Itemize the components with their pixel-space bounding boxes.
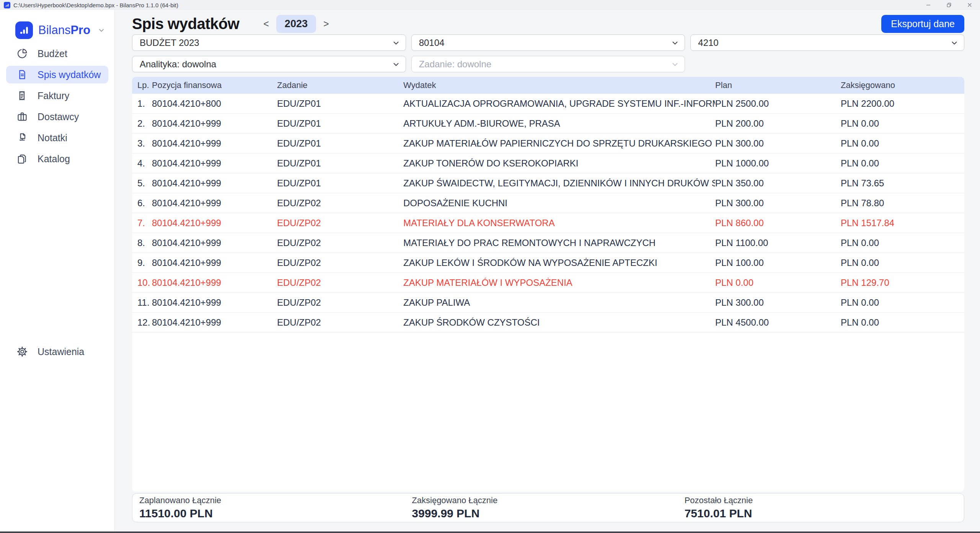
- cell-expense: ZAKUP ŚRODKÓW CZYSTOŚCI: [403, 313, 715, 333]
- table-row[interactable]: 7. 80104.4210+999 EDU/ZP02 MATERIAŁY DLA…: [132, 213, 964, 233]
- cell-position: 80104.4210+999: [152, 173, 277, 193]
- cell-plan: PLN 1000.00: [715, 153, 841, 173]
- cell-booked: PLN 0.00: [841, 253, 964, 273]
- cell-booked: PLN 78.80: [841, 193, 964, 213]
- cell-plan: PLN 1100.00: [715, 233, 841, 253]
- cell-plan: PLN 100.00: [715, 253, 841, 273]
- table-row[interactable]: 11. 80104.4210+999 EDU/ZP02 ZAKUP PALIWA…: [132, 293, 964, 313]
- next-year-button[interactable]: >: [318, 19, 334, 29]
- sidebar-item-katalog[interactable]: Katalog: [6, 150, 108, 168]
- paragraph-select[interactable]: 4210: [690, 34, 964, 51]
- cell-booked: PLN 2200.00: [841, 94, 964, 114]
- cell-booked: PLN 1517.84: [841, 213, 964, 233]
- cell-expense: ZAKUP TONERÓW DO KSEROKOPIARKI: [403, 153, 715, 173]
- chevron-down-icon: [671, 39, 679, 47]
- brand-menu[interactable]: BilansPro: [15, 21, 105, 39]
- table-row[interactable]: 2. 80104.4210+999 EDU/ZP01 ARTUKUŁY ADM.…: [132, 114, 964, 134]
- cell-expense: MATERIAŁY DO PRAC REMONTOWYCH I NAPRAWCZ…: [403, 233, 715, 253]
- cell-position: 80104.4210+999: [152, 114, 277, 134]
- table-row[interactable]: 4. 80104.4210+999 EDU/ZP01 ZAKUP TONERÓW…: [132, 153, 964, 173]
- table-row[interactable]: 8. 80104.4210+999 EDU/ZP02 MATERIAŁY DO …: [132, 233, 964, 253]
- window-title: C:\Users\Hyperbook\Desktop\demo.bpx - Bi…: [13, 2, 178, 8]
- cell-lp: 7.: [132, 213, 152, 233]
- cell-task: EDU/ZP02: [277, 313, 403, 333]
- sidebar-item-notatki[interactable]: Notatki: [6, 129, 108, 147]
- pages-icon: [16, 153, 28, 165]
- cell-lp: 2.: [132, 114, 152, 134]
- summary-value: 7510.01 PLN: [685, 507, 957, 520]
- table-row[interactable]: 9. 80104.4210+999 EDU/ZP02 ZAKUP LEKÓW I…: [132, 253, 964, 273]
- cell-plan: PLN 300.00: [715, 293, 841, 313]
- cell-task: EDU/ZP01: [277, 173, 403, 193]
- cell-lp: 1.: [132, 94, 152, 114]
- table-row[interactable]: 3. 80104.4210+999 EDU/ZP01 ZAKUP MATERIA…: [132, 134, 964, 153]
- budget-select[interactable]: BUDŻET 2023: [132, 34, 406, 51]
- cell-lp: 6.: [132, 193, 152, 213]
- column-header-plan: Plan: [715, 77, 841, 94]
- cell-plan: PLN 200.00: [715, 114, 841, 134]
- cell-expense: ZAKUP ŚWAIDECTW, LEGITYMACJI, DZIENNIKÓW…: [403, 173, 715, 193]
- cell-booked: PLN 0.00: [841, 114, 964, 134]
- cell-lp: 12.: [132, 313, 152, 333]
- summary-label: Zaksięgowano Łącznie: [412, 496, 684, 505]
- table-row[interactable]: 10. 80104.4210+999 EDU/ZP02 ZAKUP MATERI…: [132, 273, 964, 293]
- export-data-button[interactable]: Eksportuj dane: [881, 15, 964, 33]
- summary-value: 11510.00 PLN: [139, 507, 412, 520]
- cell-lp: 4.: [132, 153, 152, 173]
- summary-item: Pozostało Łącznie 7510.01 PLN: [685, 496, 957, 520]
- close-button[interactable]: [959, 0, 980, 10]
- totals-summary-card: Zaplanowano Łącznie 11510.00 PLN Zaksięg…: [132, 493, 964, 522]
- page-title: Spis wydatków: [132, 15, 239, 33]
- sidebar-item-ustawienia[interactable]: Ustawienia: [6, 343, 108, 360]
- sidebar-item-label: Dostawcy: [38, 111, 79, 122]
- cell-lp: 8.: [132, 233, 152, 253]
- cell-lp: 5.: [132, 173, 152, 193]
- filter-bar: BUDŻET 2023 80104 4210 Analityka: dowoln…: [132, 34, 964, 72]
- sidebar-item-spis-wydatkow[interactable]: Spis wydatków: [6, 66, 108, 83]
- cell-position: 80104.4210+999: [152, 233, 277, 253]
- maximize-button[interactable]: [939, 0, 959, 10]
- table-header-row: Lp. Pozycja finansowa Zadanie Wydatek Pl…: [132, 77, 964, 94]
- sidebar-item-budzet[interactable]: Budżet: [6, 45, 108, 62]
- cell-lp: 3.: [132, 134, 152, 153]
- cell-task: EDU/ZP02: [277, 273, 403, 293]
- column-header-position: Pozycja finansowa: [152, 77, 277, 94]
- sidebar-item-faktury[interactable]: Faktury: [6, 87, 108, 104]
- sidebar-item-label: Ustawienia: [38, 346, 84, 357]
- chevron-down-icon: [392, 60, 400, 68]
- cell-expense: ZAKUP PALIWA: [403, 293, 715, 313]
- minimize-button[interactable]: [918, 0, 939, 10]
- sidebar-item-dostawcy[interactable]: Dostawcy: [6, 108, 108, 126]
- cell-expense: ARTUKUŁY ADM.-BIUROWE, PRASA: [403, 114, 715, 134]
- prev-year-button[interactable]: <: [258, 19, 274, 29]
- cell-lp: 10.: [132, 273, 152, 293]
- cell-task: EDU/ZP02: [277, 293, 403, 313]
- table-row[interactable]: 12. 80104.4210+999 EDU/ZP02 ZAKUP ŚRODKÓ…: [132, 313, 964, 333]
- summary-item: Zaplanowano Łącznie 11510.00 PLN: [139, 496, 412, 520]
- sidebar-item-label: Spis wydatków: [38, 69, 101, 80]
- sidebar-item-label: Katalog: [38, 153, 70, 165]
- summary-label: Zaplanowano Łącznie: [139, 496, 412, 505]
- table-row[interactable]: 1. 80104.4210+800 EDU/ZP01 AKTUALIZACJA …: [132, 94, 964, 114]
- table-row[interactable]: 6. 80104.4210+999 EDU/ZP02 DOPOSAŻENIE K…: [132, 193, 964, 213]
- window-titlebar: C:\Users\Hyperbook\Desktop\demo.bpx - Bi…: [0, 0, 980, 10]
- cell-position: 80104.4210+999: [152, 313, 277, 333]
- cell-plan: PLN 300.00: [715, 134, 841, 153]
- main-content: Spis wydatków < 2023 > Eksportuj dane BU…: [115, 10, 980, 531]
- cell-task: EDU/ZP01: [277, 153, 403, 173]
- cell-plan: PLN 300.00: [715, 193, 841, 213]
- cell-task: EDU/ZP02: [277, 253, 403, 273]
- cell-plan: PLN 0.00: [715, 273, 841, 293]
- sidebar-item-label: Faktury: [38, 90, 69, 101]
- cell-plan: PLN 2500.00: [715, 94, 841, 114]
- table-row[interactable]: 5. 80104.4210+999 EDU/ZP01 ZAKUP ŚWAIDEC…: [132, 173, 964, 193]
- gear-icon: [16, 346, 28, 357]
- chevron-down-icon: [392, 39, 400, 47]
- column-header-expense: Wydatek: [403, 77, 715, 94]
- chapter-select[interactable]: 80104: [411, 34, 685, 51]
- column-header-booked: Zaksięgowano: [841, 77, 964, 94]
- analytics-select[interactable]: Analityka: dowolna: [132, 56, 406, 72]
- cell-booked: PLN 0.00: [841, 293, 964, 313]
- year-navigation: < 2023 >: [258, 15, 334, 33]
- cell-booked: PLN 0.00: [841, 153, 964, 173]
